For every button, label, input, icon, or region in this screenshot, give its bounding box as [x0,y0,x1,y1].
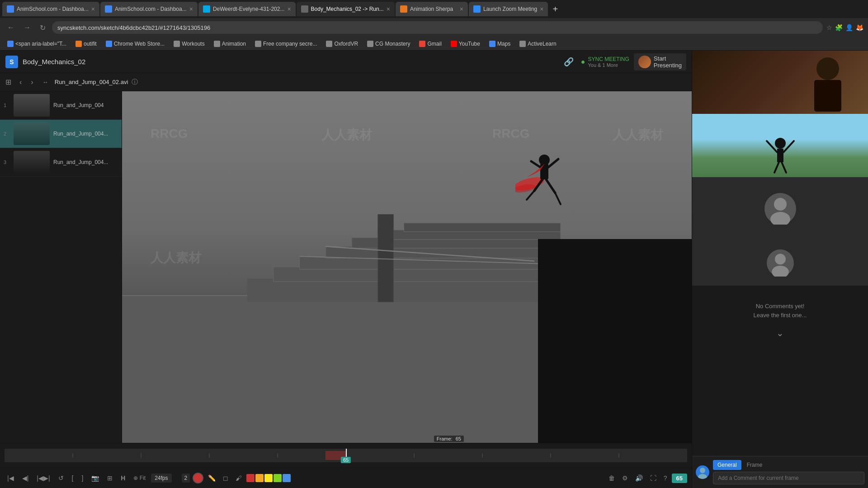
tab-close-6-icon[interactable]: × [540,5,543,13]
video-frame-label: Frame: 65 [434,436,464,442]
palette-yellow[interactable] [264,474,273,482]
num-badge: 2 [182,474,190,483]
commenter-avatar-svg [696,465,709,479]
clip-item-3[interactable]: 3 Run_and_Jump_004... [0,148,122,177]
info-icon[interactable]: ⓘ [132,78,138,86]
camera-button[interactable]: 📷 [89,473,102,483]
bookmark-animation[interactable]: Animation [210,39,250,48]
clip-number-1: 1 [4,103,10,108]
palette-orange[interactable] [255,474,264,482]
tab-animation-sherpa[interactable]: Animation Sherpa × [396,2,468,16]
bookmark-chrome-store[interactable]: Chrome Web Store... [102,39,169,48]
prev-clip-button[interactable]: ‹ [17,76,24,88]
volume-button[interactable]: 🔊 [632,473,646,483]
panel-toggle-button[interactable]: ⊞ [4,76,13,88]
grid-button[interactable]: ⊞ [104,473,115,483]
svg-line-20 [555,193,561,204]
play-range-button[interactable]: |◀▶| [34,473,52,483]
palette-blue[interactable] [283,474,291,482]
extension-icon[interactable]: 🧩 [835,24,843,31]
tab-favicon-4 [301,5,308,13]
help-button[interactable]: ? [661,473,670,483]
brush-icon[interactable]: 🖌 [233,473,245,483]
address-box[interactable]: syncsketch.com/sketch/4b6dcbc42b21/#1271… [52,21,823,34]
settings-button[interactable]: ⚙ [619,473,631,483]
bookmark-activelearn[interactable]: ActiveLearn [516,39,560,48]
bracket-start-button[interactable]: [ [69,473,76,483]
palette-red[interactable] [246,474,255,482]
tab-animschool-1[interactable]: AnimSchool.com - Dashboa... × [2,2,99,16]
syncsketch-logo: S [5,56,18,68]
sk-toolbar2: ⊞ ‹ › ↔ Run_and_Jump_004_02.avi ⓘ [0,73,692,91]
tab-close-2-icon[interactable]: × [189,5,193,13]
comment-input-field[interactable] [713,472,864,484]
start-presenting-button[interactable]: Start Presenting [634,53,686,70]
fit-button[interactable]: ⊕ Fit [131,473,148,483]
tab-close-4-icon[interactable]: × [387,5,390,13]
clip-item-2[interactable]: 2 Run_and_Jump_004... [0,120,122,148]
bookmark-oxford[interactable]: OxfordVR [322,39,362,48]
tab-zoom[interactable]: Launch Zoom Meeting × [469,2,548,16]
commenter-avatar [696,465,709,479]
tab-close-5-icon[interactable]: × [460,5,463,13]
bookmark-workouts[interactable]: Workouts [170,39,208,48]
profile-icon[interactable]: 👤 [845,24,853,31]
tab-animschool-2[interactable]: AnimSchool.com - Dashboa... × [100,2,198,16]
bookmark-label-11: Maps [497,41,510,47]
svg-line-15 [548,159,558,167]
link-icon[interactable]: 🔗 [561,55,576,69]
clips-panel: 1 Run_and_Jump_004 2 Run_and_Jump_004... [0,91,122,443]
delete-button[interactable]: 🗑 [606,473,618,483]
bookmark-label-10: YouTube [459,41,480,47]
eraser-icon[interactable]: ◻ [220,473,231,483]
fps-display: 24fps [151,474,171,483]
first-frame-button[interactable]: |◀ [5,473,17,483]
h-key-button[interactable]: H [118,473,128,483]
bookmark-youtube[interactable]: YouTube [447,39,484,48]
bookmark-company[interactable]: Free company secre... [251,39,321,48]
svg-rect-34 [814,80,841,112]
forward-button[interactable]: → [21,22,33,33]
bookmark-cgmonastery[interactable]: CG Monastery [363,39,414,48]
tab-body-mechanics[interactable]: Body_Mechanics_02 -> Run... × [297,2,395,16]
bracket-end-button[interactable]: ] [79,473,86,483]
svg-rect-7 [378,214,394,302]
pencil-icon[interactable]: ✏️ [205,473,218,483]
metamask-icon[interactable]: 🦊 [856,24,863,31]
expand-nav-button[interactable]: ↔ [40,77,51,87]
prev-frame-button[interactable]: ◀| [19,473,32,483]
bookmark-outifit[interactable]: outifit [72,39,100,48]
bookmark-favicon [7,41,14,47]
bookmark-span[interactable]: <span aria-label="T... [4,39,70,48]
tab-close-3-icon[interactable]: × [287,5,291,13]
new-tab-button[interactable]: + [549,4,561,14]
bookmarks-bar: <span aria-label="T... outifit Chrome We… [0,37,868,51]
zoom-participant-2 [692,114,868,177]
tab-favicon [7,5,14,13]
browser-chrome: AnimSchool.com - Dashboa... × AnimSchool… [0,0,868,51]
zoom-video-1 [692,51,868,114]
next-clip-button[interactable]: › [28,76,36,88]
bookmark-maps[interactable]: Maps [486,39,514,48]
back-button[interactable]: ← [5,22,17,33]
filename-label: Run_and_Jump_004_02.avi [55,79,128,85]
frame-tab-button[interactable]: Frame [742,460,767,470]
fullscreen-button[interactable]: ⛶ [647,473,659,483]
bookmark-favicon-2 [75,41,82,47]
sync-meeting-button[interactable]: ● SYNC MEETING You & 1 More [581,56,629,68]
bookmark-icon[interactable]: ☆ [826,24,832,31]
expand-comments-button[interactable]: ⌄ [699,328,861,338]
clip-item-1[interactable]: 1 Run_and_Jump_004 [0,91,122,120]
svg-point-33 [816,57,839,80]
svg-rect-0 [247,279,561,302]
loop-button[interactable]: ↺ [56,473,66,483]
sk-controls: |◀ ◀| |◀▶| ↺ [ ] 📷 ⊞ H ⊕ Fit 24fps 2 ✏️ … [0,468,692,488]
color-red-button[interactable] [193,473,203,483]
bookmark-gmail[interactable]: Gmail [415,39,445,48]
timeline-track[interactable]: 65 [5,449,687,462]
general-tab-button[interactable]: General [713,460,741,470]
palette-green[interactable] [274,474,282,482]
tab-deweerdt[interactable]: DeWeerdt-Evelyne-431-202... × [198,2,296,16]
reload-button[interactable]: ↻ [37,22,48,34]
tab-close-icon[interactable]: × [91,5,95,13]
